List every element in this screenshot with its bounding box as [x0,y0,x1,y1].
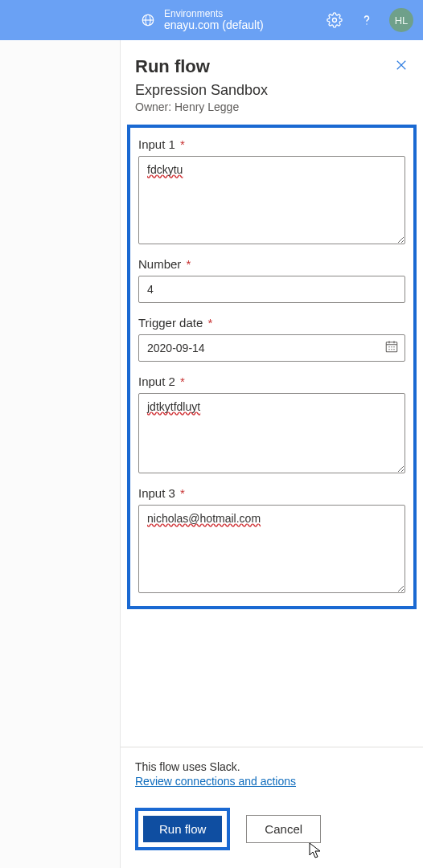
left-gutter [0,40,121,868]
top-bar: Environments enayu.com (default) HL [0,0,423,40]
run-button-highlight: Run flow [135,808,230,850]
flow-owner: Owner: Henry Legge [135,100,409,113]
panel-header: Run flow Expression Sandbox Owner: Henry… [121,40,423,125]
textarea-input1[interactable]: fdckytu [138,156,405,244]
environment-name: enayu.com (default) [164,19,264,31]
textarea-input3[interactable]: nicholas@hotmail.com [138,505,405,593]
required-mark: * [208,316,213,330]
close-icon[interactable] [394,58,409,76]
svg-point-2 [333,18,337,23]
required-mark: * [180,486,185,500]
textarea-input2[interactable]: jdtkytfdluyt [138,393,405,473]
label-number: Number * [138,257,405,271]
svg-point-3 [366,23,367,24]
field-input3: Input 3 * nicholas@hotmail.com [138,486,405,593]
avatar[interactable]: HL [389,8,413,32]
field-input2: Input 2 * jdtkytfdluyt [138,375,405,473]
input-trigger-date[interactable] [138,334,405,362]
cancel-button[interactable]: Cancel [246,815,321,843]
uses-text: This flow uses Slack. [135,760,409,773]
required-mark: * [180,137,185,151]
field-input1: Input 1 * fdckytu [138,137,405,244]
run-flow-panel: Run flow Expression Sandbox Owner: Henry… [121,40,423,868]
label-input2: Input 2 * [138,375,405,388]
label-input3: Input 3 * [138,486,405,500]
input-number[interactable] [138,276,405,303]
calendar-icon[interactable] [384,339,399,357]
environment-label: Environments [164,9,264,19]
field-trigger-date: Trigger date * [138,316,405,362]
panel-scroll[interactable]: Run flow Expression Sandbox Owner: Henry… [121,40,423,747]
review-connections-link[interactable]: Review connections and actions [135,775,296,788]
required-mark: * [187,257,191,271]
environment-switcher[interactable]: Environments enayu.com (default) [138,9,264,32]
panel-title: Run flow [135,56,409,77]
flow-name: Expression Sandbox [135,82,409,99]
gear-icon[interactable] [325,10,344,30]
button-row: Run flow Cancel [135,808,409,850]
inputs-highlight-box: Input 1 * fdckytu Number * Trigger date … [127,125,417,609]
panel-footer: This flow uses Slack. Review connections… [121,747,423,868]
label-input1: Input 1 * [138,137,405,151]
help-icon[interactable] [357,10,376,30]
field-number: Number * [138,257,405,303]
required-mark: * [180,375,185,388]
label-trigger-date: Trigger date * [138,316,405,330]
run-flow-button[interactable]: Run flow [143,816,222,842]
globe-icon [138,10,158,30]
